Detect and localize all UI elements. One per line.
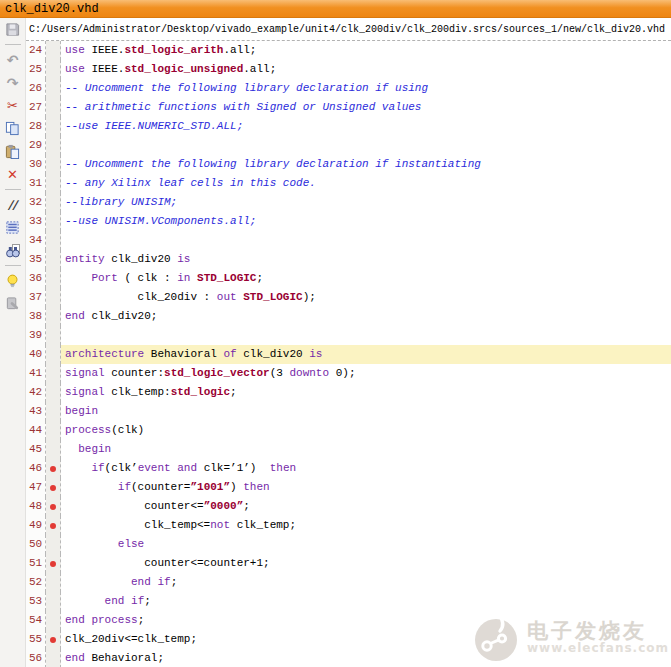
code-text[interactable]: else xyxy=(61,535,671,554)
breakpoint-gutter[interactable] xyxy=(46,326,61,345)
breakpoint-gutter[interactable] xyxy=(46,611,61,630)
breakpoint-gutter[interactable] xyxy=(46,383,61,402)
code-text[interactable]: -- any Xilinx leaf cells in this code. xyxy=(61,174,671,193)
code-text[interactable]: end process; xyxy=(61,611,671,630)
line-number: 54 xyxy=(26,611,46,630)
breakpoint-icon[interactable] xyxy=(50,561,56,567)
code-text[interactable]: Port ( clk : in STD_LOGIC; xyxy=(61,269,671,288)
code-token: end xyxy=(105,595,125,607)
template-icon[interactable] xyxy=(3,295,23,312)
code-text[interactable]: signal clk_temp:std_logic; xyxy=(61,383,671,402)
code-text[interactable]: if(counter=”1001”) then xyxy=(61,478,671,497)
breakpoint-gutter[interactable] xyxy=(46,193,61,212)
code-text[interactable]: -- arithmetic functions with Signed or U… xyxy=(61,98,671,117)
code-text[interactable]: end Behavioral; xyxy=(61,649,671,667)
code-token: out xyxy=(217,291,237,303)
breakpoint-gutter[interactable] xyxy=(46,649,61,667)
code-text[interactable]: if(clk’event and clk=’1’) then xyxy=(61,459,671,478)
breakpoint-gutter[interactable] xyxy=(46,421,61,440)
breakpoint-gutter[interactable] xyxy=(46,364,61,383)
breakpoint-gutter[interactable] xyxy=(46,288,61,307)
code-line: 32--library UNISIM; xyxy=(26,193,671,212)
breakpoint-gutter[interactable] xyxy=(46,345,61,364)
breakpoint-gutter[interactable] xyxy=(46,478,61,497)
breakpoint-icon[interactable] xyxy=(50,466,56,472)
code-text[interactable]: use IEEE.std_logic_unsigned.all; xyxy=(61,60,671,79)
code-text[interactable]: architecture Behavioral of clk_div20 is xyxy=(61,345,671,364)
breakpoint-gutter[interactable] xyxy=(46,174,61,193)
toggle-comment-icon[interactable]: // xyxy=(3,196,23,213)
breakpoint-icon[interactable] xyxy=(50,523,56,529)
breakpoint-gutter[interactable] xyxy=(46,79,61,98)
code-text[interactable]: clk_20div<=clk_temp; xyxy=(61,630,671,649)
code-text[interactable]: clk_temp<=not clk_temp; xyxy=(61,516,671,535)
breakpoint-gutter[interactable] xyxy=(46,269,61,288)
pane-title-bar[interactable]: clk_div20.vhd xyxy=(0,0,671,18)
code-text[interactable]: -- Uncomment the following library decla… xyxy=(61,79,671,98)
cut-icon[interactable]: ✂ xyxy=(3,97,23,114)
breakpoint-icon[interactable] xyxy=(50,504,56,510)
breakpoint-gutter[interactable] xyxy=(46,212,61,231)
code-token: if xyxy=(157,576,170,588)
redo-icon[interactable]: ↷ xyxy=(3,74,23,91)
breakpoint-gutter[interactable] xyxy=(46,155,61,174)
breakpoint-gutter[interactable] xyxy=(46,60,61,79)
code-text[interactable]: --use UNISIM.VComponents.all; xyxy=(61,212,671,231)
line-number: 38 xyxy=(26,307,46,326)
breakpoint-gutter[interactable] xyxy=(46,554,61,573)
code-token: ) xyxy=(230,481,243,493)
block-select-icon[interactable] xyxy=(3,219,23,236)
code-text[interactable]: counter<=counter+1; xyxy=(61,554,671,573)
breakpoint-gutter[interactable] xyxy=(46,459,61,478)
breakpoint-icon[interactable] xyxy=(50,637,56,643)
tip-bulb-icon[interactable] xyxy=(3,272,23,289)
delete-icon[interactable]: ✕ xyxy=(3,166,23,183)
code-text[interactable]: -- Uncomment the following library decla… xyxy=(61,155,671,174)
code-token: std_logic_arith xyxy=(124,44,223,56)
breakpoint-gutter[interactable] xyxy=(46,117,61,136)
breakpoint-gutter[interactable] xyxy=(46,535,61,554)
code-text[interactable]: entity clk_div20 is xyxy=(61,250,671,269)
code-token: downto xyxy=(289,367,329,379)
breakpoint-gutter[interactable] xyxy=(46,98,61,117)
save-icon[interactable] xyxy=(3,21,23,38)
code-text[interactable]: end clk_div20; xyxy=(61,307,671,326)
breakpoint-gutter[interactable] xyxy=(46,516,61,535)
breakpoint-icon[interactable] xyxy=(50,485,56,491)
code-text[interactable]: --use IEEE.NUMERIC_STD.ALL; xyxy=(61,117,671,136)
code-text[interactable]: clk_20div : out STD_LOGIC); xyxy=(61,288,671,307)
code-text[interactable] xyxy=(61,326,671,345)
code-line: 48 counter<=”0000”; xyxy=(26,497,671,516)
code-text[interactable]: begin xyxy=(61,402,671,421)
undo-icon[interactable]: ↶ xyxy=(3,51,23,68)
breakpoint-gutter[interactable] xyxy=(46,630,61,649)
find-icon[interactable] xyxy=(3,242,23,259)
copy-icon[interactable] xyxy=(3,120,23,137)
breakpoint-gutter[interactable] xyxy=(46,136,61,155)
code-text[interactable]: use IEEE.std_logic_arith.all; xyxy=(61,41,671,60)
code-token: begin xyxy=(78,443,111,455)
code-text[interactable]: --library UNISIM; xyxy=(61,193,671,212)
code-token: ”1001” xyxy=(190,481,230,493)
line-number: 45 xyxy=(26,440,46,459)
code-text[interactable]: counter<=”0000”; xyxy=(61,497,671,516)
code-text[interactable] xyxy=(61,231,671,250)
breakpoint-gutter[interactable] xyxy=(46,440,61,459)
line-number: 29 xyxy=(26,136,46,155)
code-text[interactable]: signal counter:std_logic_vector(3 downto… xyxy=(61,364,671,383)
breakpoint-gutter[interactable] xyxy=(46,497,61,516)
breakpoint-gutter[interactable] xyxy=(46,231,61,250)
code-text[interactable]: begin xyxy=(61,440,671,459)
code-text[interactable]: end if; xyxy=(61,573,671,592)
breakpoint-gutter[interactable] xyxy=(46,402,61,421)
breakpoint-gutter[interactable] xyxy=(46,250,61,269)
paste-icon[interactable] xyxy=(3,143,23,160)
code-editor[interactable]: 24use IEEE.std_logic_arith.all;25use IEE… xyxy=(26,40,671,667)
breakpoint-gutter[interactable] xyxy=(46,41,61,60)
breakpoint-gutter[interactable] xyxy=(46,307,61,326)
breakpoint-gutter[interactable] xyxy=(46,592,61,611)
code-text[interactable]: end if; xyxy=(61,592,671,611)
breakpoint-gutter[interactable] xyxy=(46,573,61,592)
code-text[interactable] xyxy=(61,136,671,155)
code-text[interactable]: process(clk) xyxy=(61,421,671,440)
